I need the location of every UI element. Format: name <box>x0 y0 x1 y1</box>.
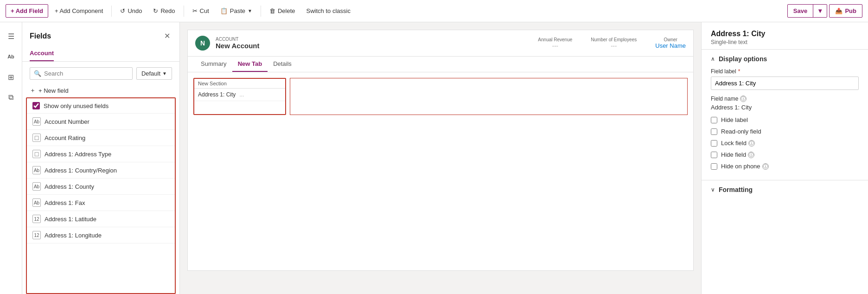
tab-summary[interactable]: Summary <box>195 57 232 72</box>
nav-text-icon[interactable]: Ab <box>3 48 19 65</box>
save-main-button[interactable]: Save <box>788 5 813 17</box>
field-type-icon: Ab <box>32 117 41 126</box>
show-unused-label: Show only unused fields <box>44 102 108 109</box>
right-panel-title: Address 1: City <box>711 30 859 38</box>
list-item[interactable]: Ab Address 1: Country/Region <box>27 162 175 179</box>
toolbar-divider-1 <box>111 6 112 17</box>
hide-field-option: Hide field ⓘ <box>711 151 859 158</box>
list-item[interactable]: Ab Account Number <box>27 114 175 130</box>
section-field-dots: ... <box>239 91 244 98</box>
nav-menu-icon[interactable]: ☰ <box>3 28 19 45</box>
add-component-button[interactable]: + Add Component <box>50 5 108 17</box>
undo-label: Undo <box>128 7 142 14</box>
field-label-input[interactable] <box>711 77 859 90</box>
formatting-toggle[interactable]: ∨ Formatting <box>702 180 868 199</box>
lock-field-info-icon[interactable]: ⓘ <box>748 140 755 147</box>
new-field-icon: ＋ <box>30 86 36 95</box>
nav-grid-icon[interactable]: ⊞ <box>3 69 19 85</box>
toolbar-right: Save ▼ 📤 Pub <box>787 4 862 18</box>
toolbar-divider-2 <box>184 6 184 17</box>
readonly-field-checkbox[interactable] <box>711 128 717 135</box>
section-empty-row <box>194 101 285 114</box>
account-label: ACCOUNT <box>216 37 532 42</box>
undo-button[interactable]: ↺ Undo <box>115 5 147 17</box>
right-panel-subtitle: Single-line text <box>711 39 859 45</box>
cut-button[interactable]: ✂ Cut <box>188 5 214 17</box>
redo-label: Redo <box>160 7 175 14</box>
paste-label: Paste <box>230 7 245 14</box>
owner-col: Owner User Name <box>655 37 686 49</box>
toolbar-divider-3 <box>261 6 261 17</box>
display-options-toggle[interactable]: ∧ Display options <box>711 55 859 63</box>
default-dropdown[interactable]: Default ▼ <box>136 67 172 80</box>
field-label: Account Number <box>45 118 89 125</box>
field-type-icon: □ <box>32 150 41 158</box>
redo-icon: ↻ <box>153 7 158 14</box>
section-field: Address 1: City ... <box>194 89 285 101</box>
search-input-wrap: 🔍 <box>30 67 133 80</box>
hide-on-phone-info-icon[interactable]: ⓘ <box>762 163 769 170</box>
list-item[interactable]: 12 Address 1: Latitude <box>27 211 175 227</box>
new-section-box: New Section Address 1: City ... <box>193 78 286 115</box>
nav-layers-icon[interactable]: ⧉ <box>3 89 19 106</box>
delete-label: Delete <box>278 7 295 14</box>
display-options-chevron-icon: ∧ <box>711 56 715 62</box>
fields-header: Fields ✕ <box>22 22 179 46</box>
list-item[interactable]: Ab Address 1: Fax <box>27 195 175 211</box>
account-avatar: N <box>195 36 210 51</box>
canvas-area: N ACCOUNT New Account Annual Revenue ---… <box>180 22 701 294</box>
list-item[interactable]: □ Account Rating <box>27 130 175 146</box>
publish-icon: 📤 <box>835 7 842 14</box>
show-unused-row: Show only unused fields <box>27 98 175 114</box>
section-field-name: Address 1: City <box>198 91 236 98</box>
tab-new-tab[interactable]: New Tab <box>232 57 268 72</box>
field-label: Address 1: Latitude <box>45 216 96 223</box>
paste-icon: 📋 <box>220 7 228 14</box>
search-bar: 🔍 Default ▼ <box>30 67 172 80</box>
hide-field-checkbox[interactable] <box>711 152 717 158</box>
list-item[interactable]: Ab Address 1: County <box>27 179 175 195</box>
form-content: New Section Address 1: City ... <box>188 72 693 121</box>
hide-field-info-icon[interactable]: ⓘ <box>748 152 754 158</box>
formatting-chevron-icon: ∨ <box>711 186 715 193</box>
field-type-icon: Ab <box>32 182 41 191</box>
fields-tab-account[interactable]: Account <box>30 46 54 61</box>
add-field-button[interactable]: + Add Field <box>6 4 48 18</box>
switch-classic-button[interactable]: Switch to classic <box>302 5 355 17</box>
field-type-icon: Ab <box>32 166 41 174</box>
list-item[interactable]: 12 Address 1: Longitude <box>27 227 175 243</box>
hide-on-phone-checkbox[interactable] <box>711 163 717 170</box>
redo-button[interactable]: ↻ Redo <box>148 5 179 17</box>
list-item[interactable]: □ Address 1: Address Type <box>27 146 175 162</box>
display-options-section: ∧ Display options Field label * Field na… <box>702 50 868 180</box>
form-meta: Annual Revenue --- Number of Employees -… <box>538 37 686 49</box>
account-name: New Account <box>216 42 532 50</box>
field-type-icon: 12 <box>32 215 41 223</box>
new-field-label: + New field <box>38 87 69 94</box>
field-label: Address 1: County <box>45 183 94 190</box>
lock-field-checkbox[interactable] <box>711 140 717 147</box>
readonly-field-option: Read-only field <box>711 128 859 135</box>
paste-button[interactable]: 📋 Paste ▼ <box>216 5 257 17</box>
delete-button[interactable]: 🗑 Delete <box>265 5 300 17</box>
field-label: Account Rating <box>45 134 85 141</box>
field-name-info-icon[interactable]: ⓘ <box>740 96 747 102</box>
show-unused-checkbox[interactable] <box>32 102 40 109</box>
publish-label: Pub <box>845 7 856 14</box>
field-type-icon: Ab <box>32 198 41 207</box>
new-field-button[interactable]: ＋ + New field <box>22 83 179 97</box>
field-name-heading: Field name ⓘ <box>711 96 859 102</box>
tab-details[interactable]: Details <box>268 57 297 72</box>
delete-icon: 🗑 <box>269 7 275 14</box>
owner-value: User Name <box>655 42 686 49</box>
field-type-icon: □ <box>32 134 41 142</box>
nav-icons: ☰ Ab ⊞ ⧉ <box>0 22 22 294</box>
hide-label-checkbox[interactable] <box>711 117 717 123</box>
required-star: * <box>738 68 740 75</box>
publish-button[interactable]: 📤 Pub <box>829 4 862 18</box>
form-tabs: Summary New Tab Details <box>188 57 693 72</box>
save-dropdown-button[interactable]: ▼ <box>813 5 827 17</box>
search-input[interactable] <box>44 70 128 77</box>
fields-close-button[interactable]: ✕ <box>162 30 172 42</box>
hide-on-phone-label: Hide on phone ⓘ <box>721 163 769 170</box>
